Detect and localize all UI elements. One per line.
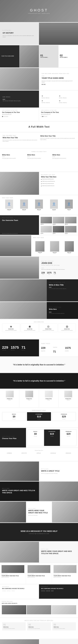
slide-timeline: OUR COMPANY IN THE TIME Our Company In T… — [0, 108, 78, 121]
plan-2-standard-price: $19 — [46, 433, 58, 435]
services-1-grid: ◈ Service One Lorem ipsum dolor sit amet… — [2, 324, 76, 332]
team-member-5: TOM DOE Sales — [62, 200, 76, 211]
three-col-3: Write Here Lorem ipsum dolor sit amet co… — [52, 154, 76, 159]
t-logo-4: GOOGLE — [41, 590, 45, 591]
goal-2: ◆ Goal Two - Write here — [59, 95, 76, 98]
welcome-text: OUR WELCOME MESSAGE FROM OUR CEO YOUR TI… — [39, 68, 78, 90]
history-label: A LITTLE BIT — [2, 30, 36, 31]
write-great-1-body: Write here your great and nice title in … — [41, 473, 76, 474]
three-col-1: Write Here Lorem ipsum dolor sit amet co… — [2, 154, 26, 159]
goal-3: ◆ Goal Three - Write here — [42, 100, 58, 103]
team-sm-1: John Doe CEO — [40, 217, 52, 225]
wp-body-3: Lorem ipsum dolor sit amet consectetur. — [54, 628, 74, 629]
funny-left: 229 Projects Done 1575 Happy Clients 71 … — [0, 340, 39, 356]
wp-col-3: 03 Write Here Lorem ipsum dolor sit amet… — [52, 622, 76, 630]
slide-you-can-1: YOU CAN WRITE YOUR TITLE HERE Write Here… — [0, 639, 78, 644]
bulleted-label: BULLETED LIST TEXT — [41, 174, 76, 175]
write-nice-label: WRITE A NICE TITLE — [49, 307, 76, 308]
john-doe-title: CHIEF EXECUTIVE OFFICER — [41, 265, 76, 266]
wp-num-3: 03 — [54, 624, 74, 626]
write-great-2-label: WRITE HERE — [2, 488, 37, 489]
trusted-big-subtitle-2: BIG COMPANIES AROUND THE WORLD — [41, 588, 76, 590]
services-1-label: OUR SERVICES — [2, 322, 76, 322]
funny-right-label: FUNNY FACTS — [41, 343, 76, 345]
two-col-1: TWO COLUMNS TEXT Write Here Your Title W… — [2, 135, 38, 146]
bullet-item-1: Write here your first list item text — [41, 178, 76, 180]
team-3-role-2: Designer — [48, 253, 62, 254]
john-doe-stat-1-label: Projects — [41, 274, 45, 275]
slide-gallery-1: PHOTO GALLERY WITH OUR LATEST PROJECTS — [0, 599, 78, 618]
three-col-label: THREE COLUMNS TEXT — [2, 151, 76, 152]
dot-8 — [44, 116, 44, 117]
team-3-member-3: MIKE DOE Developer — [62, 241, 76, 254]
plan-2-premium: PREMIUM $29 per month — [61, 430, 76, 446]
mw-body-2: Write here your short text. — [28, 577, 50, 578]
gallery-1-subtitle: WITH OUR LATEST PROJECTS — [2, 603, 76, 604]
write-great-3-photo-2 — [52, 502, 78, 522]
plans-1-header: SUBSCRIBING PLANS — [2, 410, 76, 411]
product-price-3: $99.00 — [40, 400, 57, 400]
write-premium-grid: 01 Write Here Lorem ipsum dolor sit amet… — [2, 622, 76, 630]
gallery-1-grid — [2, 605, 76, 614]
history-body: Write here your description. Lorem ipsum… — [2, 35, 36, 38]
wp-col-2: 02 Write Here Lorem ipsum dolor sit amet… — [27, 622, 51, 630]
wp-col-1: 01 Write Here Lorem ipsum dolor sit amet… — [2, 622, 26, 630]
plans-2-label: SUBSCRIBING PLANS — [2, 436, 24, 437]
timeline-label-1: OUR COMPANY IN THE TIME — [2, 110, 37, 111]
trusted-big-right: TRUSTED BY BIG COMPANIES AROUND THE WORL… — [39, 584, 78, 599]
quote-light-text: "It is better to fail in originality tha… — [13, 364, 65, 366]
plan-2-standard-period: per month — [46, 436, 58, 437]
team-1-label: MEET OUR TEAM — [2, 197, 76, 198]
service-item-3: ◎ Service Three Lorem ipsum dolor sit am… — [40, 324, 57, 332]
team-3-header: MEET OUR TEAM — [33, 237, 76, 240]
three-col-1-body: Lorem ipsum dolor sit amet consectetur. — [2, 158, 26, 159]
timeline-left: OUR COMPANY IN THE TIME Our Company In T… — [0, 108, 39, 121]
write-nice-title: Write Here — [49, 308, 76, 310]
write-great-3-body: Write here your description. — [28, 515, 50, 516]
mw-col-1: WRITE HERE YOUR GREAT AND NICE TITLE Wri… — [0, 563, 26, 584]
three-cols-grid: Write Here Lorem ipsum dolor sit amet co… — [2, 154, 76, 159]
trusted-logos-1: AIRBNB SPOTIFY APPLE — [2, 590, 37, 591]
plans-2-left: SUBSCRIBING PLANS Choose Your Plan — [0, 428, 26, 448]
plan-2-standard-name: STANDARD — [46, 431, 58, 432]
fact-big-label-2: Happy Clients — [11, 350, 19, 350]
team-2-label: MEET OUR TEAM — [2, 217, 37, 218]
john-doe-stat-2-num: 1575 — [47, 272, 52, 274]
john-doe-stats: 229 Projects 1575 Clients 71 Awards — [41, 272, 76, 275]
team-2-title: Our Awesome Team — [2, 219, 37, 222]
slide-plans-2: SUBSCRIBING PLANS Choose Your Plan BASIC… — [0, 428, 78, 448]
welcome-body: Write here your description. Lorem ipsum… — [42, 80, 76, 83]
two-col-2-title: Write Here Your Title — [40, 135, 76, 137]
team-role-5: Sales — [62, 210, 76, 211]
you-can-photo-1 — [0, 639, 39, 644]
timeline-title-2: Our Company In The Time — [41, 112, 76, 113]
wp-body-1: Lorem ipsum dolor sit amet consectetur. — [4, 628, 24, 629]
dot-6 — [41, 116, 42, 117]
product-img-1 — [6, 391, 14, 397]
team-member-2: JANE DOE Developer — [17, 200, 31, 211]
trusted-label: TRUSTED BY — [2, 450, 76, 451]
service-title-3: Service Three — [40, 328, 57, 330]
goal-2-icon: ◆ — [59, 95, 76, 97]
fact-big-label-3: Awards Won — [22, 350, 26, 350]
history-title: OF HISTORY — [2, 32, 36, 34]
service-icon-2: ◉ — [22, 325, 38, 328]
service-item-1: ◈ Service One Lorem ipsum dolor sit amet… — [2, 324, 20, 332]
write-great-1-content: WRITE HERE WRITE A GREAT TITLE Write her… — [39, 462, 78, 481]
product-price-1: $29.00 — [1, 400, 18, 400]
welcome-title: YOUR TITLE GOES HERE — [42, 77, 76, 79]
value-photo — [20, 45, 39, 68]
three-col-2: Write Here Lorem ipsum dolor sit amet co… — [27, 154, 51, 159]
three-col-2-body: Lorem ipsum dolor sit amet consectetur. — [27, 158, 51, 159]
product-img-4 — [64, 391, 72, 397]
awesome-divider — [49, 287, 52, 288]
bullet-dot-1 — [41, 179, 42, 180]
service-title-2: Service Two — [22, 328, 38, 330]
plan-premium: PREMIUM $29 per month — [52, 412, 76, 421]
team-sm-role-4: HR — [40, 234, 52, 234]
t-logo-6: UBER — [51, 590, 54, 591]
two-col-2-body: Write here your description. Lorem ipsum… — [40, 138, 76, 140]
you-can-content-1: YOU CAN WRITE YOUR TITLE HERE Write Here… — [39, 639, 78, 644]
slide-trusted-by: TRUSTED BY AIRBNB SPOTIFY APPLE GOOGLE A… — [0, 448, 78, 461]
john-doe-stat-2: 1575 Clients — [47, 272, 52, 275]
